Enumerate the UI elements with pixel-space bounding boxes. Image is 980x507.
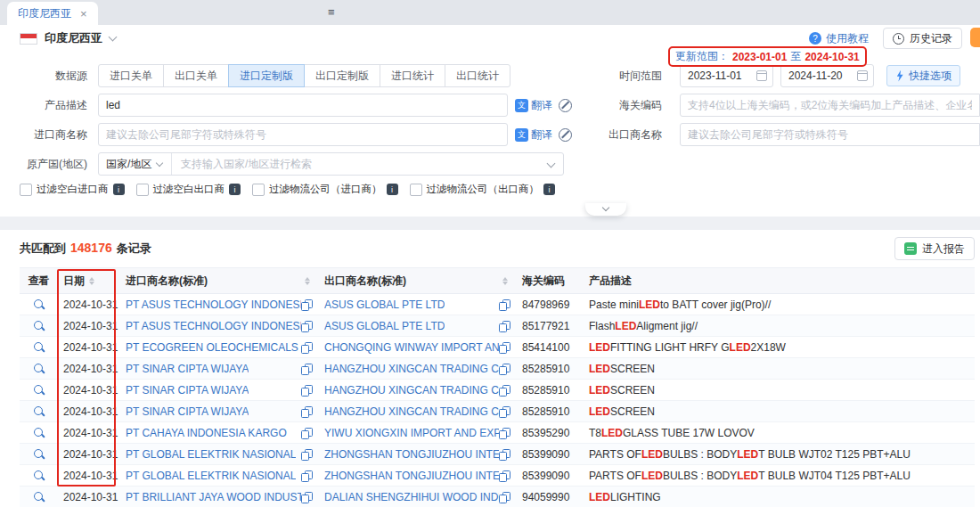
- column-header[interactable]: 日期: [58, 274, 120, 289]
- importer-link[interactable]: PT SINAR CIPTA WIJAYA: [126, 363, 249, 375]
- origin-input[interactable]: 国家/地区 支持输入国家/地区进行检索: [98, 152, 564, 176]
- no-translate-icon[interactable]: [559, 99, 572, 112]
- highlighted-keyword: LED: [737, 470, 758, 482]
- view-row-icon[interactable]: [33, 470, 45, 482]
- origin-select[interactable]: 国家/地区: [99, 153, 172, 175]
- close-icon[interactable]: ×: [80, 8, 87, 20]
- copy-icon[interactable]: [301, 428, 312, 438]
- importer-link[interactable]: PT SINAR CIPTA WIJAYA: [126, 405, 249, 418]
- exporter-link[interactable]: DALIAN SHENGZHIHUI WOOD INDUST...: [324, 491, 499, 503]
- source-tab-进口关单[interactable]: 进口关单: [98, 64, 164, 87]
- source-tab-进口定制版[interactable]: 进口定制版: [228, 64, 305, 87]
- checkbox-box[interactable]: [410, 184, 422, 196]
- tab-menu-icon[interactable]: ≡: [328, 5, 335, 19]
- date-cell: 2024-10-31: [58, 384, 120, 397]
- no-translate-icon[interactable]: [559, 128, 572, 142]
- view-row-icon[interactable]: [33, 427, 45, 439]
- copy-icon[interactable]: [301, 470, 312, 481]
- summary-suffix: 条记录: [117, 241, 151, 257]
- sort-icon[interactable]: [305, 277, 310, 285]
- copy-icon[interactable]: [301, 321, 312, 331]
- importer-link[interactable]: PT BRILLIANT JAYA WOOD INDUSTRY: [126, 491, 301, 503]
- filter-checkbox[interactable]: 过滤空白出口商i: [136, 183, 241, 196]
- exporter-link[interactable]: HANGZHOU XINGCAN TRADING CO LTD: [324, 384, 499, 397]
- column-header[interactable]: 出口商名称(标准): [319, 274, 517, 289]
- exporter-link[interactable]: HANGZHOU XINGCAN TRADING CO LTD: [324, 363, 499, 375]
- filter-checkbox[interactable]: 过滤物流公司（出口商）i: [410, 183, 556, 196]
- translate-button[interactable]: 文 翻译: [515, 98, 552, 113]
- source-tab-进口统计[interactable]: 进口统计: [380, 64, 445, 87]
- copy-icon[interactable]: [301, 406, 312, 417]
- copy-icon[interactable]: [301, 299, 312, 310]
- copy-icon[interactable]: [301, 492, 312, 503]
- source-tab-出口统计[interactable]: 出口统计: [445, 64, 510, 87]
- importer-link[interactable]: PT GLOBAL ELEKTRIK NASIONAL: [126, 448, 296, 461]
- copy-icon[interactable]: [301, 385, 312, 396]
- view-row-icon[interactable]: [33, 491, 45, 503]
- copy-icon[interactable]: [499, 364, 510, 374]
- quick-options-button[interactable]: 快捷选项: [886, 65, 960, 86]
- copy-icon[interactable]: [499, 492, 510, 503]
- importer-link[interactable]: PT ECOGREEN OLEOCHEMICALS: [126, 341, 298, 354]
- product-desc-input[interactable]: [98, 94, 508, 117]
- date-to-input[interactable]: 2024-11-20: [780, 64, 874, 87]
- checkbox-box[interactable]: [252, 184, 265, 196]
- copy-icon[interactable]: [499, 406, 510, 417]
- tutorial-link[interactable]: ? 使用教程: [809, 31, 869, 46]
- highlighted-keyword: LED: [730, 341, 751, 354]
- hs-code-input[interactable]: [680, 94, 980, 117]
- checkbox-box[interactable]: [20, 184, 32, 196]
- copy-icon[interactable]: [499, 299, 510, 310]
- copy-icon[interactable]: [499, 470, 510, 481]
- tab-indonesia[interactable]: 印度尼西亚 ×: [7, 2, 98, 25]
- importer-link[interactable]: PT CAHAYA INDONESIA KARGO: [126, 427, 287, 439]
- view-row-icon[interactable]: [33, 320, 45, 332]
- exporter-link[interactable]: ASUS GLOBAL PTE LTD: [324, 320, 445, 332]
- chevron-down-icon: [547, 159, 556, 168]
- filter-checkbox[interactable]: 过滤物流公司（进口商）i: [252, 183, 398, 196]
- copy-icon[interactable]: [499, 428, 510, 438]
- copy-icon[interactable]: [301, 342, 312, 353]
- chevron-down-icon[interactable]: [109, 33, 118, 42]
- exporter-link[interactable]: YIWU XIONGXIN IMPORT AND EXPORT...: [324, 427, 499, 439]
- collapse-panel-handle[interactable]: [585, 203, 626, 216]
- view-row-icon[interactable]: [33, 341, 45, 354]
- history-button[interactable]: 历史记录: [883, 28, 962, 49]
- exporter-link[interactable]: CHONGQING WINWAY IMPORT AND E...: [324, 341, 499, 354]
- hs-code-cell: 84798969: [517, 298, 584, 311]
- copy-icon[interactable]: [301, 364, 312, 374]
- importer-link[interactable]: PT ASUS TECHNOLOGY INDONESIA BA...: [126, 298, 301, 311]
- importer-input[interactable]: [98, 123, 508, 146]
- translate-button[interactable]: 文 翻译: [515, 127, 552, 143]
- importer-link[interactable]: PT SINAR CIPTA WIJAYA: [126, 384, 249, 397]
- date-from-input[interactable]: 2023-11-01: [680, 64, 773, 87]
- exporter-input[interactable]: [680, 123, 980, 146]
- filter-checkbox[interactable]: 过滤空白进口商i: [20, 183, 125, 196]
- sort-icon[interactable]: [502, 277, 508, 285]
- table-row: 2024-10-31PT CAHAYA INDONESIA KARGOYIWU …: [20, 422, 975, 444]
- copy-icon[interactable]: [499, 449, 510, 460]
- exporter-link[interactable]: ASUS GLOBAL PTE LTD: [324, 298, 445, 311]
- view-row-icon[interactable]: [33, 384, 45, 397]
- copy-icon[interactable]: [499, 321, 510, 331]
- copy-icon[interactable]: [499, 385, 510, 396]
- source-tab-出口关单[interactable]: 出口关单: [163, 64, 229, 87]
- importer-link[interactable]: PT GLOBAL ELEKTRIK NASIONAL: [126, 470, 296, 482]
- view-row-icon[interactable]: [33, 448, 45, 461]
- source-tab-出口定制版[interactable]: 出口定制版: [304, 64, 380, 87]
- enter-report-button[interactable]: 进入报告: [894, 237, 975, 260]
- view-row-icon[interactable]: [33, 405, 45, 418]
- view-row-icon[interactable]: [33, 363, 45, 375]
- exporter-link[interactable]: ZHONGSHAN TONGJIUZHOU INTERNA...: [324, 448, 499, 461]
- exporter-link[interactable]: HANGZHOU XINGCAN TRADING CO LTD: [324, 405, 499, 418]
- copy-icon[interactable]: [499, 342, 510, 353]
- view-row-icon[interactable]: [33, 298, 45, 311]
- sort-icon[interactable]: [89, 277, 94, 285]
- importer-link[interactable]: PT ASUS TECHNOLOGY INDONESIA BA...: [126, 320, 301, 332]
- copy-icon[interactable]: [301, 449, 312, 460]
- floating-widget[interactable]: [970, 28, 980, 47]
- column-header[interactable]: 进口商名称(标准): [120, 274, 319, 289]
- product-cell: LED LIGHTING: [584, 491, 975, 503]
- exporter-link[interactable]: ZHONGSHAN TONGJIUZHOU INTERNA...: [324, 470, 499, 482]
- checkbox-box[interactable]: [136, 184, 149, 196]
